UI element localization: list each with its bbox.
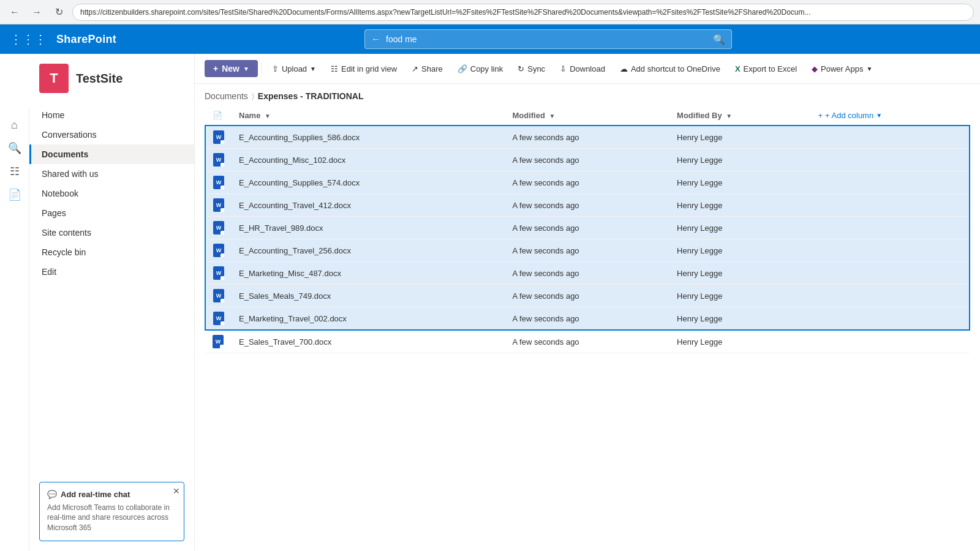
- table-row[interactable]: WE_Accounting_Travel_256.docxA few secon…: [205, 239, 970, 262]
- file-list: 📄 Name ▼ Modified ▼ Modified By ▼: [195, 106, 980, 551]
- table-row[interactable]: WE_Sales_Meals_749.docxA few seconds ago…: [205, 285, 970, 307]
- file-add-col-cell: [810, 126, 970, 149]
- sidebar-item-edit[interactable]: Edit: [29, 262, 194, 282]
- search-submit-icon[interactable]: 🔍: [713, 34, 725, 45]
- file-modified-by-cell: Henry Legge: [669, 171, 810, 194]
- copy-link-button[interactable]: 🔗 Copy link: [451, 61, 509, 77]
- file-type-cell: W: [205, 285, 232, 307]
- sidebar-item-documents[interactable]: Documents: [29, 144, 194, 164]
- file-modified-by-cell: Henry Legge: [669, 330, 810, 353]
- promo-title: 💬 Add real-time chat: [47, 490, 176, 499]
- col-header-name[interactable]: Name ▼: [232, 106, 505, 126]
- new-button[interactable]: + New ▼: [205, 60, 258, 77]
- add-shortcut-button[interactable]: ☁ Add shortcut to OneDrive: [614, 61, 726, 77]
- word-icon: W: [213, 335, 224, 348]
- sync-icon: ↻: [518, 64, 524, 73]
- sidebar-item-conversations[interactable]: Conversations: [29, 125, 194, 144]
- file-type-cell: W: [205, 149, 232, 171]
- file-modified-cell: A few seconds ago: [505, 194, 669, 217]
- url-bar[interactable]: https://citizenbuilders.sharepoint.com/s…: [72, 4, 974, 21]
- promo-text: Add Microsoft Teams to collaborate in re…: [47, 503, 176, 533]
- reload-button[interactable]: ↻: [50, 4, 67, 21]
- promo-close-button[interactable]: ✕: [173, 486, 180, 496]
- file-add-col-cell: [810, 262, 970, 285]
- upload-button[interactable]: ⇧ Upload ▼: [266, 61, 322, 77]
- sidebar-item-shared[interactable]: Shared with us: [29, 164, 194, 184]
- grid-icon: ☷: [331, 64, 338, 73]
- file-name-cell[interactable]: E_Sales_Travel_700.docx: [232, 330, 505, 353]
- share-button[interactable]: ↗ Share: [405, 61, 449, 77]
- export-excel-button[interactable]: X Export to Excel: [729, 61, 803, 77]
- file-name-cell[interactable]: E_Accounting_Misc_102.docx: [232, 149, 505, 171]
- forward-button[interactable]: →: [28, 4, 45, 21]
- pages-icon[interactable]: 📄: [4, 184, 26, 206]
- add-col-chevron: ▼: [876, 112, 882, 119]
- site-header: T TestSite: [29, 54, 194, 100]
- file-type-icon: 📄: [213, 111, 222, 120]
- power-apps-button[interactable]: ◆ Power Apps ▼: [805, 61, 878, 77]
- file-name-cell[interactable]: E_Marketing_Misc_487.docx: [232, 262, 505, 285]
- file-name-cell[interactable]: E_HR_Travel_989.docx: [232, 217, 505, 239]
- site-nav: Home Conversations Documents Shared with…: [29, 100, 194, 287]
- file-type-cell: W: [205, 262, 232, 285]
- url-text: https://citizenbuilders.sharepoint.com/s…: [80, 8, 811, 17]
- table-row[interactable]: WE_Sales_Travel_700.docxA few seconds ag…: [205, 330, 970, 353]
- file-add-col-cell: [810, 285, 970, 307]
- table-row[interactable]: WE_Marketing_Misc_487.docxA few seconds …: [205, 262, 970, 285]
- sidebar-promo-card: ✕ 💬 Add real-time chat Add Microsoft Tea…: [39, 482, 184, 541]
- file-name-text: E_Accounting_Supplies_574.docx: [239, 178, 360, 187]
- file-type-cell: W: [205, 307, 232, 331]
- search-back-icon[interactable]: ←: [371, 34, 381, 45]
- file-modified-cell: A few seconds ago: [505, 217, 669, 239]
- file-name-cell[interactable]: E_Accounting_Travel_412.docx: [232, 194, 505, 217]
- table-row[interactable]: WE_Accounting_Travel_412.docxA few secon…: [205, 194, 970, 217]
- file-name-text: E_Accounting_Misc_102.docx: [239, 156, 345, 165]
- file-name-text: E_Sales_Travel_700.docx: [239, 337, 331, 347]
- file-modified-by-cell: Henry Legge: [669, 262, 810, 285]
- sidebar-item-notebook[interactable]: Notebook: [29, 184, 194, 203]
- col-header-modified-by[interactable]: Modified By ▼: [669, 106, 810, 126]
- link-icon: 🔗: [458, 64, 467, 73]
- file-type-cell: W: [205, 194, 232, 217]
- download-button[interactable]: ⇩ Download: [554, 61, 611, 77]
- upload-chevron-icon: ▼: [310, 66, 316, 72]
- file-name-text: E_Accounting_Travel_412.docx: [239, 201, 351, 210]
- search-input[interactable]: [386, 34, 708, 44]
- sidebar-item-recycle-bin[interactable]: Recycle bin: [29, 242, 194, 262]
- add-column-button[interactable]: + + Add column ▼: [818, 111, 962, 120]
- sidebar-item-home[interactable]: Home: [29, 105, 194, 125]
- col-header-type[interactable]: 📄: [205, 106, 232, 126]
- edit-grid-button[interactable]: ☷ Edit in grid view: [325, 61, 403, 77]
- sidebar-item-pages[interactable]: Pages: [29, 203, 194, 223]
- file-name-cell[interactable]: E_Marketing_Travel_002.docx: [232, 307, 505, 331]
- file-modified-by-cell: Henry Legge: [669, 239, 810, 262]
- col-header-add[interactable]: + + Add column ▼: [810, 106, 970, 126]
- file-modified-by-cell: Henry Legge: [669, 126, 810, 149]
- col-header-modified[interactable]: Modified ▼: [505, 106, 669, 126]
- sync-button[interactable]: ↻ Sync: [511, 61, 551, 77]
- file-name-cell[interactable]: E_Sales_Meals_749.docx: [232, 285, 505, 307]
- table-row[interactable]: WE_Marketing_Travel_002.docxA few second…: [205, 307, 970, 331]
- apps-icon[interactable]: ☷: [4, 160, 26, 182]
- table-row[interactable]: WE_Accounting_Misc_102.docxA few seconds…: [205, 149, 970, 171]
- table-row[interactable]: WE_HR_Travel_989.docxA few seconds agoHe…: [205, 217, 970, 239]
- home-icon[interactable]: ⌂: [4, 114, 26, 136]
- file-modified-cell: A few seconds ago: [505, 149, 669, 171]
- file-modified-by-cell: Henry Legge: [669, 217, 810, 239]
- search-nav-icon[interactable]: 🔍: [4, 137, 26, 159]
- site-logo: T: [39, 64, 69, 93]
- file-name-text: E_HR_Travel_989.docx: [239, 223, 323, 233]
- word-icon: W: [213, 153, 224, 167]
- breadcrumb-parent-link[interactable]: Documents: [205, 91, 248, 101]
- toolbar-sep-1: [262, 62, 262, 75]
- table-row[interactable]: WE_Accounting_Supplies_586.docxA few sec…: [205, 126, 970, 149]
- file-name-cell[interactable]: E_Accounting_Travel_256.docx: [232, 239, 505, 262]
- sidebar-item-site-contents[interactable]: Site contents: [29, 223, 194, 242]
- main-layout: ⌂ 🔍 ☷ 📄 T TestSite Home Conversations Do…: [0, 54, 980, 551]
- file-name-cell[interactable]: E_Accounting_Supplies_586.docx: [232, 126, 505, 149]
- breadcrumb-current: Expenses - TRADITIONAL: [258, 91, 364, 101]
- table-row[interactable]: WE_Accounting_Supplies_574.docxA few sec…: [205, 171, 970, 194]
- file-name-cell[interactable]: E_Accounting_Supplies_574.docx: [232, 171, 505, 194]
- back-button[interactable]: ←: [6, 4, 23, 21]
- waffle-icon[interactable]: ⋮⋮⋮: [7, 29, 49, 49]
